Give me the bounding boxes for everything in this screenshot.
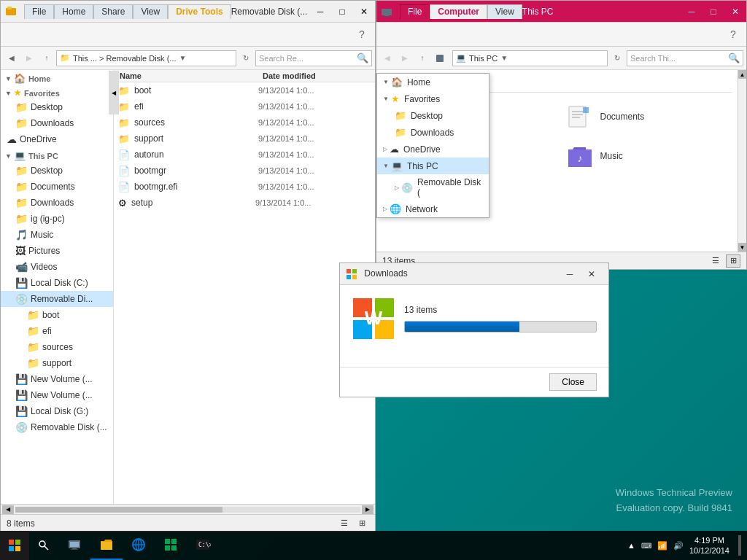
sidebar-item-downloads-fav[interactable]: 📁 Downloads: [1, 115, 113, 131]
search-bar-2[interactable]: Search Thi... 🔍: [627, 50, 743, 66]
dropdown-item-home[interactable]: ▼ 🏠 Home: [377, 74, 489, 90]
folder-item-documents[interactable]: Documents: [559, 98, 732, 135]
forward-button-1[interactable]: ▶: [21, 50, 37, 66]
dropdown-item-network[interactable]: ▷ 🌐 Network: [377, 201, 489, 217]
minimize-button-1[interactable]: ─: [309, 1, 331, 23]
maximize-button-1[interactable]: □: [331, 1, 353, 23]
tray-network[interactable]: 📶: [657, 541, 667, 551]
tab-file-2[interactable]: File: [400, 4, 430, 19]
search-bar-1[interactable]: Search Re... 🔍: [255, 50, 372, 66]
address-bar-2[interactable]: 💻 This PC ▼: [452, 50, 608, 66]
sidebar-section-favorites[interactable]: ▼ ★ Favorites: [1, 85, 113, 99]
recent-btn-2[interactable]: [432, 50, 448, 66]
close-button-1[interactable]: ✕: [353, 1, 375, 23]
tray-sound[interactable]: 🔊: [673, 541, 684, 551]
dialog-minimize[interactable]: ─: [559, 263, 581, 285]
taskbar-item-cmd[interactable]: C:\>: [187, 531, 219, 560]
file-row-autorun[interactable]: 📄 autorun 9/13/2014 1:0...: [114, 147, 375, 163]
forward-button-2[interactable]: ▶: [397, 50, 413, 66]
sidebar-item-removable-g[interactable]: 💿 Removable Di...: [1, 291, 113, 307]
dialog-close[interactable]: ✕: [581, 263, 603, 285]
sidebar-section-thispc[interactable]: ▼ 💻 This PC: [1, 147, 113, 163]
dropdown-item-favorites[interactable]: ▼ ★ Favorites: [377, 90, 489, 107]
hscroll-right-1[interactable]: ▶: [362, 505, 374, 514]
taskbar-item-ie[interactable]: [123, 531, 155, 560]
taskbar-search-button[interactable]: [29, 531, 58, 560]
sidebar-item-desktop-fav[interactable]: 📁 Desktop: [1, 99, 113, 115]
up-button-2[interactable]: ↑: [414, 50, 430, 66]
sidebar-section-home[interactable]: ▼ 🏠 Home: [1, 70, 113, 85]
sidebar-item-pictures[interactable]: 🖼 Pictures: [1, 243, 113, 259]
sidebar-item-boot[interactable]: 📁 boot: [1, 307, 113, 323]
dropdown-item-thispc[interactable]: ▼ 💻 This PC: [377, 158, 489, 174]
sidebar-item-localdisk-g[interactable]: 💾 Local Disk (G:): [1, 403, 113, 419]
tab-file-1[interactable]: File: [24, 4, 54, 19]
file-row-bootmgr[interactable]: 📄 bootmgr 9/13/2014 1:0...: [114, 163, 375, 179]
tray-show-desktop[interactable]: [738, 535, 741, 556]
sidebar-item-efi[interactable]: 📁 efi: [1, 323, 113, 339]
sidebar-item-newvolume2[interactable]: 💾 New Volume (...: [1, 387, 113, 403]
view-tiles-btn-2[interactable]: ⊞: [726, 254, 740, 268]
hscroll-left-1[interactable]: ◀: [2, 505, 14, 514]
maximize-button-2[interactable]: □: [703, 1, 724, 23]
taskbar-item-desktopswitch[interactable]: [58, 531, 90, 560]
vscroll-bar-2[interactable]: ▲ ▼: [738, 70, 746, 252]
tab-home-1[interactable]: Home: [54, 4, 93, 19]
sidebar-item-downloads-pc[interactable]: 📁 Downloads: [1, 195, 113, 211]
file-row-sources[interactable]: 📁 sources 9/13/2014 1:0...: [114, 114, 375, 131]
sidebar-item-desktop-pc[interactable]: 📁 Desktop: [1, 163, 113, 179]
vscroll-track-2[interactable]: [738, 79, 746, 243]
start-button[interactable]: [0, 531, 29, 560]
file-row-efi[interactable]: 📁 efi 9/13/2014 1:0...: [114, 98, 375, 114]
sidebar-item-sources[interactable]: 📁 sources: [1, 339, 113, 355]
up-button-1[interactable]: ↑: [39, 50, 55, 66]
dialog-close-button[interactable]: Close: [549, 373, 597, 391]
tab-computer-2[interactable]: Computer: [430, 4, 487, 19]
back-button-2[interactable]: ◀: [379, 50, 395, 66]
hscroll-track-1[interactable]: [15, 507, 360, 513]
tab-drivetools-1[interactable]: Drive Tools: [168, 4, 231, 19]
col-name[interactable]: Name: [114, 71, 260, 80]
sidebar-item-newvolume1[interactable]: 💾 New Volume (...: [1, 371, 113, 387]
hscroll-bar-1[interactable]: ◀ ▶: [1, 504, 375, 514]
tab-view-1[interactable]: View: [133, 4, 168, 19]
sidebar-item-igpc[interactable]: 📁 ig (ig-pc): [1, 211, 113, 227]
minimize-button-2[interactable]: ─: [681, 1, 703, 23]
clock[interactable]: 4:19 PM 10/12/2014: [689, 535, 729, 556]
view-tiles-btn-1[interactable]: ⊞: [355, 517, 369, 530]
address-bar-1[interactable]: 📁 This ... > Removable Disk (... ▼: [56, 50, 236, 66]
tab-view-2[interactable]: View: [487, 4, 522, 19]
close-button-2[interactable]: ✕: [724, 1, 746, 23]
vscroll-down-2[interactable]: ▼: [738, 243, 746, 252]
sidebar-item-onedrive[interactable]: ☁ OneDrive: [1, 131, 113, 147]
back-button-1[interactable]: ◀: [4, 50, 20, 66]
hscroll-thumb-1[interactable]: [15, 507, 222, 513]
taskbar-item-explorer[interactable]: [90, 531, 123, 560]
tab-share-1[interactable]: Share: [93, 4, 133, 19]
sidebar-item-videos[interactable]: 📹 Videos: [1, 259, 113, 275]
folder-item-music[interactable]: ♪ Music: [559, 138, 732, 174]
file-row-support[interactable]: 📁 support 9/13/2014 1:0...: [114, 131, 375, 147]
sidebar-collapse-arrow[interactable]: ◀: [109, 71, 119, 114]
dropdown-item-downloads[interactable]: 📁 Downloads: [377, 124, 489, 141]
sidebar-item-documents[interactable]: 📁 Documents: [1, 179, 113, 195]
sidebar-item-music[interactable]: 🎵 Music: [1, 227, 113, 243]
help-button-2[interactable]: ?: [726, 27, 740, 42]
refresh-button-2[interactable]: ↻: [609, 50, 625, 66]
view-details-btn-2[interactable]: ☰: [708, 254, 723, 268]
col-date[interactable]: Date modified: [260, 71, 375, 80]
dropdown-item-desktop[interactable]: 📁 Desktop: [377, 107, 489, 124]
dropdown-item-onedrive[interactable]: ▷ ☁ OneDrive: [377, 141, 489, 158]
sidebar-item-removable2[interactable]: 💿 Removable Disk (...: [1, 419, 113, 435]
tray-up-arrow[interactable]: ▲: [627, 541, 635, 550]
help-button-1[interactable]: ?: [355, 27, 369, 42]
file-row-boot[interactable]: 📁 boot 9/13/2014 1:0...: [114, 82, 375, 98]
file-row-setup[interactable]: ⚙ setup 9/13/2014 1:0...: [114, 195, 375, 211]
sidebar-item-localdisk-c[interactable]: 💾 Local Disk (C:): [1, 275, 113, 291]
dropdown-item-removable[interactable]: ▷ 💿 Removable Disk (: [377, 174, 489, 201]
vscroll-up-2[interactable]: ▲: [738, 70, 746, 79]
refresh-button-1[interactable]: ↻: [238, 50, 254, 66]
sidebar-item-support[interactable]: 📁 support: [1, 355, 113, 371]
view-details-btn-1[interactable]: ☰: [337, 517, 352, 530]
file-row-bootmgr-efi[interactable]: 📄 bootmgr.efi 9/13/2014 1:0...: [114, 179, 375, 195]
